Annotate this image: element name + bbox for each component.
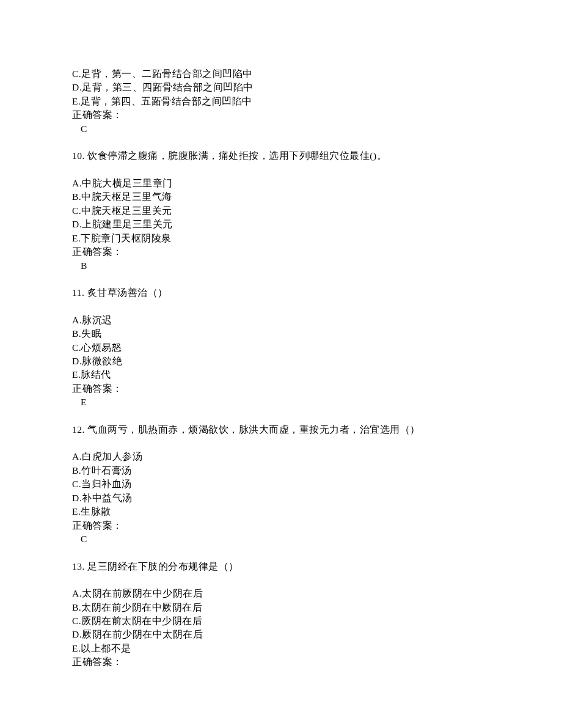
option-e: E.下脘章门天枢阴陵泉 (72, 232, 490, 245)
question-number: 12. (72, 424, 85, 435)
question-stem: 11. 炙甘草汤善治（） (72, 286, 490, 300)
question-stem: 13. 足三阴经在下肢的分布规律是（） (72, 560, 490, 573)
option-c: C.厥阴在前太阴在中少阴在后 (72, 614, 490, 628)
question-text: 气血两亏，肌热面赤，烦渴欲饮，脉洪大而虚，重按无力者，治宜选用（） (85, 424, 420, 435)
question-11-options: A.脉沉迟 B.失眠 C.心烦易怒 D.脉微欲绝 E.脉结代 正确答案： E (72, 314, 490, 410)
partial-question-block: C.足背，第一、二跖骨结合部之间凹陷中 D.足背，第三、四跖骨结合部之间凹陷中 … (72, 67, 490, 136)
option-c: C.中脘天枢足三里关元 (72, 204, 490, 218)
option-b: B.太阴在前少阴在中厥阴在后 (72, 601, 490, 614)
question-number: 11. (72, 287, 84, 298)
question-number: 10. (72, 150, 85, 161)
question-11: 11. 炙甘草汤善治（） (72, 286, 490, 300)
answer-value: C (72, 532, 490, 546)
question-stem: 12. 气血两亏，肌热面赤，烦渴欲饮，脉洪大而虚，重按无力者，治宜选用（） (72, 423, 490, 436)
answer-label: 正确答案： (72, 245, 490, 259)
answer-label: 正确答案： (72, 382, 490, 395)
question-12: 12. 气血两亏，肌热面赤，烦渴欲饮，脉洪大而虚，重按无力者，治宜选用（） (72, 423, 490, 436)
option-b: B.竹叶石膏汤 (72, 464, 490, 477)
option-d: D.上脘建里足三里关元 (72, 218, 490, 231)
option-d: D.足背，第三、四跖骨结合部之间凹陷中 (72, 81, 490, 94)
option-c: C.心烦易怒 (72, 341, 490, 355)
option-a: A.脉沉迟 (72, 314, 490, 327)
question-stem: 10. 饮食停滞之腹痛，脘腹胀满，痛处拒按，选用下列哪组穴位最佳()。 (72, 149, 490, 163)
option-a: A.白虎加人参汤 (72, 450, 490, 463)
option-e: E.生脉散 (72, 505, 490, 518)
option-d: D.厥阴在前少阴在中太阴在后 (72, 628, 490, 641)
question-10-options: A.中脘大横足三里章门 B.中脘天枢足三里气海 C.中脘天枢足三里关元 D.上脘… (72, 177, 490, 273)
question-text: 饮食停滞之腹痛，脘腹胀满，痛处拒按，选用下列哪组穴位最佳()。 (85, 150, 387, 161)
answer-value: C (72, 122, 490, 136)
answer-label: 正确答案： (72, 655, 490, 669)
question-13: 13. 足三阴经在下肢的分布规律是（） (72, 560, 490, 573)
question-10: 10. 饮食停滞之腹痛，脘腹胀满，痛处拒按，选用下列哪组穴位最佳()。 (72, 149, 490, 163)
question-text: 足三阴经在下肢的分布规律是（） (85, 561, 239, 572)
answer-value: E (72, 395, 490, 409)
option-e: E.脉结代 (72, 368, 490, 381)
question-13-options: A.太阴在前厥阴在中少阴在后 B.太阴在前少阴在中厥阴在后 C.厥阴在前太阴在中… (72, 587, 490, 669)
answer-label: 正确答案： (72, 519, 490, 532)
option-d: D.补中益气汤 (72, 491, 490, 505)
question-number: 13. (72, 561, 85, 572)
answer-value: B (72, 259, 490, 273)
option-c: C.足背，第一、二跖骨结合部之间凹陷中 (72, 67, 490, 81)
option-e: E.以上都不是 (72, 642, 490, 655)
question-12-options: A.白虎加人参汤 B.竹叶石膏汤 C.当归补血汤 D.补中益气汤 E.生脉散 正… (72, 450, 490, 546)
option-d: D.脉微欲绝 (72, 355, 490, 368)
option-e: E.足背，第四、五跖骨结合部之间凹陷中 (72, 95, 490, 108)
option-a: A.中脘大横足三里章门 (72, 177, 490, 190)
option-b: B.失眠 (72, 327, 490, 340)
option-a: A.太阴在前厥阴在中少阴在后 (72, 587, 490, 600)
question-text: 炙甘草汤善治（） (84, 287, 167, 298)
option-b: B.中脘天枢足三里气海 (72, 190, 490, 204)
option-c: C.当归补血汤 (72, 477, 490, 491)
answer-label: 正确答案： (72, 108, 490, 122)
